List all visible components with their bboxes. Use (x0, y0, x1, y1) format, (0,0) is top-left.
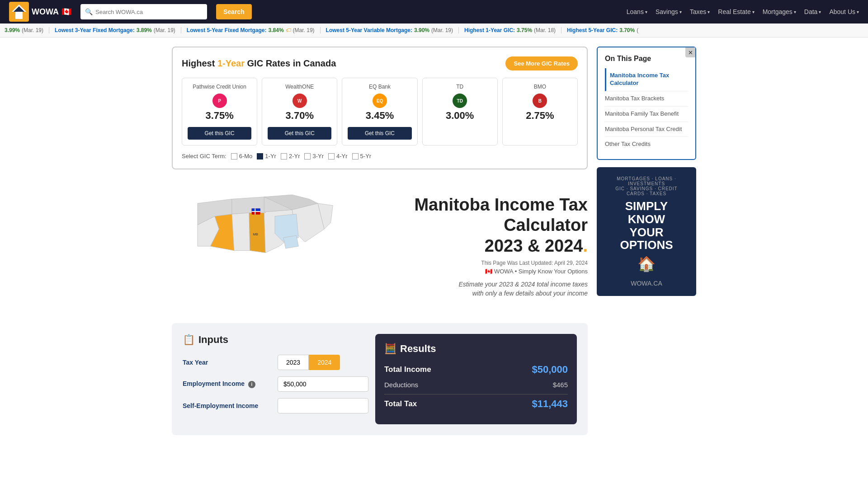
deductions-row: Deductions $465 (384, 381, 568, 389)
ad-headline: SIMPLYKNOWYOUROPTIONS (620, 200, 673, 251)
term-2yr[interactable]: 2-Yr (281, 153, 300, 160)
term-label: Select GIC Term: (182, 153, 226, 160)
ad-box: MORTGAGES · LOANS · INVESTMENTSGIC · SAV… (597, 167, 696, 296)
sidebar-item-family-tax[interactable]: Manitoba Family Tax Benefit (605, 107, 688, 122)
results-title: 🧮 Results (384, 343, 568, 355)
bmo-logo: B (533, 94, 547, 108)
gic-banner-header: Highest 1-Year GIC Rates in Canada See M… (182, 56, 578, 70)
term-checkbox-1yr[interactable] (257, 153, 263, 160)
gic-get-btn-eqbank[interactable]: Get this GIC (348, 127, 411, 140)
nav-data[interactable]: Data ▾ (804, 8, 821, 15)
pathwise-logo: P (212, 94, 227, 108)
year-2023-button[interactable]: 2023 (278, 355, 309, 370)
term-1yr[interactable]: 1-Yr (257, 153, 276, 160)
gic-get-btn-wealthone[interactable]: Get this GIC (268, 127, 331, 140)
inputs-title-text: Inputs (198, 334, 228, 346)
hero-section: MB Manitoba Income Tax Calculator 2023 &… (172, 178, 588, 314)
hero-description: Estimate your 2023 & 2024 total income t… (353, 280, 588, 298)
self-employment-income-row: Self-Employment Income (183, 398, 366, 413)
ticker-item-5yr-fixed[interactable]: Lowest 5-Year Fixed Mortgage: 3.84% 🏷 (M… (181, 27, 321, 33)
sidebar-item-personal-tax[interactable]: Manitoba Personal Tax Credit (605, 122, 688, 137)
gic-rate: 3.00% (428, 110, 492, 122)
ticker-item-3yr-fixed[interactable]: Lowest 3-Year Fixed Mortgage: 3.89% (Mar… (49, 27, 181, 33)
deductions-label: Deductions (384, 381, 418, 389)
gic-title-suffix: GIC Rates in Canada (247, 58, 336, 68)
sidebar-item-calculator[interactable]: Manitoba Income Tax Calculator (605, 68, 688, 91)
hero-text: Manitoba Income Tax Calculator 2023 & 20… (353, 195, 588, 298)
term-checkbox-2yr[interactable] (281, 153, 287, 160)
ad-tagline: MORTGAGES · LOANS · INVESTMENTSGIC · SAV… (606, 176, 687, 196)
term-5yr[interactable]: 5-Yr (352, 153, 372, 160)
svg-rect-5 (252, 211, 260, 212)
gic-rate: 2.75% (508, 110, 572, 122)
term-checkbox-6mo[interactable] (231, 153, 237, 160)
nav-about-us[interactable]: About Us ▾ (829, 8, 859, 15)
navbar: WOWA 🇨🇦 🔍 Search Loans ▾ Savings ▾ Taxes… (0, 0, 868, 23)
gic-title-highlight: 1-Year (217, 58, 245, 68)
logo[interactable]: WOWA 🇨🇦 (9, 2, 71, 22)
sidebar: ✕ On This Page Manitoba Income Tax Calcu… (597, 47, 696, 435)
canada-flag-small: 🇨🇦 (485, 268, 492, 275)
sidebar-item-other-credits[interactable]: Other Tax Credits (605, 137, 688, 152)
gic-rate: 3.75% (188, 110, 251, 122)
ticker-bar: 3.99% (Mar. 19) Lowest 3-Year Fixed Mort… (0, 23, 868, 38)
ticker-item-1yr-gic[interactable]: Highest 1-Year GIC: 3.75% (Mar. 18) (459, 27, 561, 33)
total-tax-value: $11,443 (532, 398, 568, 410)
year-toggle: 2023 2024 (278, 355, 340, 370)
gic-get-btn-pathwise[interactable]: Get this GIC (188, 127, 251, 140)
see-more-gic-button[interactable]: See More GIC Rates (505, 56, 578, 70)
term-4yr[interactable]: 4-Yr (328, 153, 348, 160)
close-button[interactable]: ✕ (685, 47, 695, 57)
total-income-value: $50,000 (532, 364, 568, 375)
gic-rate: 3.70% (268, 110, 331, 122)
term-checkbox-3yr[interactable] (304, 153, 311, 160)
hero-wowa: 🇨🇦 WOWA • Simply Know Your Options (353, 268, 588, 275)
nav-loans[interactable]: Loans ▾ (627, 8, 647, 15)
gic-card-wealthone: WealthONE W 3.70% Get this GIC (262, 78, 337, 145)
sidebar-item-brackets[interactable]: Manitoba Tax Brackets (605, 91, 688, 107)
hero-updated: This Page Was Last Updated: April 29, 20… (353, 260, 588, 266)
gic-bank-name: EQ Bank (348, 84, 411, 90)
gic-bank-name: BMO (508, 84, 572, 90)
hero-title-line2: 2023 & 2024 (485, 236, 583, 255)
gic-banner: Highest 1-Year GIC Rates in Canada See M… (172, 47, 588, 169)
ticker-item-5yr-var[interactable]: Lowest 5-Year Variable Mortgage: 3.90% (… (321, 27, 459, 33)
ticker-item-5yr-gic[interactable]: Highest 5-Year GIC: 3.70% ( (561, 27, 644, 33)
gic-card-pathwise: Pathwise Credit Union P 3.75% Get this G… (182, 78, 257, 145)
nav-taxes[interactable]: Taxes ▾ (690, 8, 710, 15)
hero-title-dot: . (583, 236, 588, 255)
term-3yr[interactable]: 3-Yr (304, 153, 324, 160)
canada-map: MB (172, 188, 344, 305)
employment-income-input[interactable] (278, 376, 368, 392)
nav-links: Loans ▾ Savings ▾ Taxes ▾ Real Estate ▾ … (627, 8, 859, 15)
nav-mortgages[interactable]: Mortgages ▾ (763, 8, 796, 15)
inputs-title: 📋 Inputs (183, 334, 366, 346)
self-employment-label: Self-Employment Income (183, 402, 273, 409)
term-checkbox-5yr[interactable] (352, 153, 359, 160)
nav-savings[interactable]: Savings ▾ (656, 8, 682, 15)
results-title-text: Results (400, 343, 436, 355)
gic-rate: 3.45% (348, 110, 411, 122)
search-bar: 🔍 (80, 4, 207, 19)
gic-bank-name: Pathwise Credit Union (188, 84, 251, 90)
search-input[interactable] (95, 9, 203, 15)
employment-income-info-icon[interactable]: i (248, 381, 255, 388)
inputs-icon: 📋 (183, 334, 195, 346)
tax-year-row: Tax Year 2023 2024 (183, 355, 366, 370)
gic-term-selector: Select GIC Term: 6-Mo 1-Yr 2-Yr 3-Yr 4-Y… (182, 153, 578, 160)
tax-year-label: Tax Year (183, 359, 273, 366)
nav-real-estate[interactable]: Real Estate ▾ (718, 8, 754, 15)
term-checkbox-4yr[interactable] (328, 153, 335, 160)
self-employment-input[interactable] (278, 398, 368, 413)
ad-url: WOWA.CA (631, 280, 662, 287)
term-6mo[interactable]: 6-Mo (231, 153, 253, 160)
gic-bank-name: WealthONE (268, 84, 331, 90)
year-2024-button[interactable]: 2024 (309, 355, 340, 370)
inputs-panel: 📋 Inputs Tax Year 2023 2024 Employment I… (183, 334, 366, 424)
total-tax-row: Total Tax $11,443 (384, 398, 568, 410)
search-button[interactable]: Search (216, 4, 252, 19)
gic-title-prefix: Highest (182, 58, 217, 68)
canada-map-svg: MB (172, 188, 344, 305)
on-page-title: On This Page (605, 55, 688, 63)
total-tax-label: Total Tax (384, 399, 417, 408)
